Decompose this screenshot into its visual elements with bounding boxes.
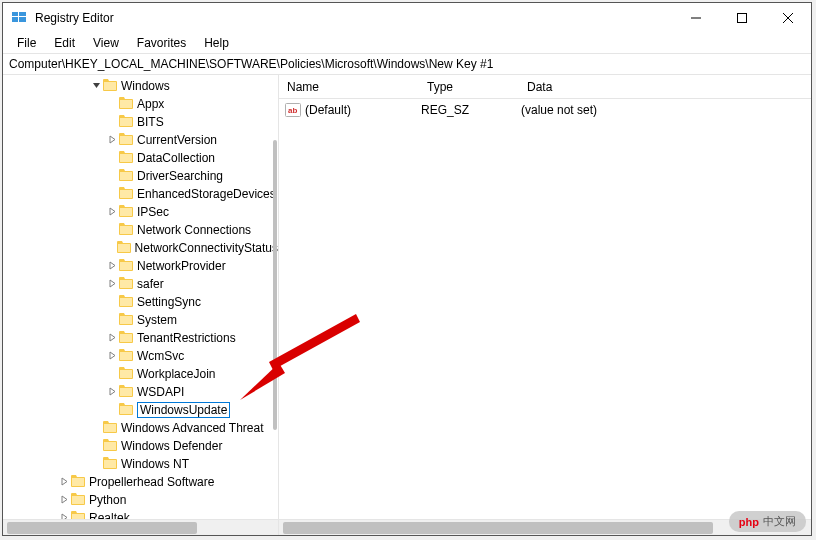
registry-editor-window: Registry Editor File Edit View Favorites… bbox=[2, 2, 812, 536]
tree-item[interactable]: Appx bbox=[9, 95, 278, 113]
tree-item[interactable]: Propellerhead Software bbox=[9, 473, 278, 491]
tree-item-label: Windows Advanced Threat bbox=[121, 421, 264, 435]
window-controls bbox=[673, 3, 811, 33]
tree-item-label: EnhancedStorageDevices bbox=[137, 187, 276, 201]
column-name[interactable]: Name bbox=[279, 80, 419, 94]
menu-favorites[interactable]: Favorites bbox=[129, 34, 194, 52]
list-pane: Name Type Data ab (Default) REG_SZ (valu… bbox=[279, 75, 811, 535]
column-data[interactable]: Data bbox=[519, 80, 811, 94]
chevron-right-icon[interactable] bbox=[105, 333, 119, 344]
tree-item[interactable]: Python bbox=[9, 491, 278, 509]
tree-item[interactable]: WSDAPI bbox=[9, 383, 278, 401]
svg-rect-2 bbox=[12, 17, 18, 22]
tree-item[interactable]: System bbox=[9, 311, 278, 329]
chevron-right-icon[interactable] bbox=[105, 135, 119, 146]
tree-item[interactable]: NetworkProvider bbox=[9, 257, 278, 275]
tree-item-label: SettingSync bbox=[137, 295, 201, 309]
tree-item[interactable]: DriverSearching bbox=[9, 167, 278, 185]
tree-item-label: WcmSvc bbox=[137, 349, 184, 363]
tree-item-label: BITS bbox=[137, 115, 164, 129]
tree-item-label: CurrentVersion bbox=[137, 133, 217, 147]
chevron-right-icon[interactable] bbox=[105, 279, 119, 290]
list-body[interactable]: ab (Default) REG_SZ (value not set) bbox=[279, 99, 811, 519]
tree-item-label: System bbox=[137, 313, 177, 327]
tree-item[interactable]: safer bbox=[9, 275, 278, 293]
chevron-right-icon[interactable] bbox=[105, 207, 119, 218]
folder-icon bbox=[119, 187, 137, 202]
tree-horizontal-scrollbar[interactable] bbox=[3, 519, 278, 535]
tree-item-label: Windows NT bbox=[121, 457, 189, 471]
address-bar[interactable]: Computer\HKEY_LOCAL_MACHINE\SOFTWARE\Pol… bbox=[3, 53, 811, 75]
chevron-right-icon[interactable] bbox=[57, 495, 71, 506]
watermark-text: 中文网 bbox=[763, 514, 796, 529]
chevron-right-icon[interactable] bbox=[57, 477, 71, 488]
folder-icon bbox=[103, 457, 121, 472]
tree-item[interactable]: DataCollection bbox=[9, 149, 278, 167]
tree-scroll[interactable]: Windows Appx BITS CurrentVersion DataCol… bbox=[3, 75, 278, 519]
folder-icon bbox=[119, 349, 137, 364]
tree-item[interactable]: IPSec bbox=[9, 203, 278, 221]
watermark: php 中文网 bbox=[729, 511, 806, 532]
tree-item-label: Propellerhead Software bbox=[89, 475, 214, 489]
chevron-down-icon[interactable] bbox=[89, 81, 103, 92]
tree-item[interactable]: Windows NT bbox=[9, 455, 278, 473]
svg-rect-1 bbox=[19, 12, 26, 16]
tree-item[interactable]: WorkplaceJoin bbox=[9, 365, 278, 383]
tree-item[interactable]: Windows Advanced Threat bbox=[9, 419, 278, 437]
list-row[interactable]: ab (Default) REG_SZ (value not set) bbox=[279, 101, 811, 119]
watermark-brand: php bbox=[739, 516, 759, 528]
value-name: (Default) bbox=[305, 103, 421, 117]
tree-item[interactable]: Windows Defender bbox=[9, 437, 278, 455]
folder-icon bbox=[103, 79, 121, 94]
svg-rect-0 bbox=[12, 12, 18, 16]
tree-item-label: NetworkConnectivityStatus bbox=[135, 241, 278, 255]
app-icon bbox=[11, 9, 27, 28]
tree-item[interactable]: Realtek bbox=[9, 509, 278, 519]
tree-item[interactable]: CurrentVersion bbox=[9, 131, 278, 149]
titlebar: Registry Editor bbox=[3, 3, 811, 33]
close-button[interactable] bbox=[765, 3, 811, 33]
chevron-right-icon[interactable] bbox=[105, 351, 119, 362]
tree-item-label: Windows bbox=[121, 79, 170, 93]
tree-item-label-editing[interactable]: WindowsUpdate bbox=[137, 402, 230, 418]
tree-item-label: Appx bbox=[137, 97, 164, 111]
chevron-right-icon[interactable] bbox=[105, 261, 119, 272]
tree-item[interactable]: TenantRestrictions bbox=[9, 329, 278, 347]
tree-item[interactable]: Windows bbox=[9, 77, 278, 95]
tree-item-label: safer bbox=[137, 277, 164, 291]
folder-icon bbox=[119, 169, 137, 184]
tree-item[interactable]: Network Connections bbox=[9, 221, 278, 239]
tree-item-label: WorkplaceJoin bbox=[137, 367, 215, 381]
chevron-right-icon[interactable] bbox=[105, 387, 119, 398]
address-path: Computer\HKEY_LOCAL_MACHINE\SOFTWARE\Pol… bbox=[9, 57, 493, 71]
folder-icon bbox=[71, 493, 89, 508]
tree-item[interactable]: WcmSvc bbox=[9, 347, 278, 365]
tree-pane: Windows Appx BITS CurrentVersion DataCol… bbox=[3, 75, 279, 535]
value-type: REG_SZ bbox=[421, 103, 521, 117]
menu-view[interactable]: View bbox=[85, 34, 127, 52]
tree-item[interactable]: NetworkConnectivityStatus bbox=[9, 239, 278, 257]
folder-icon bbox=[103, 439, 121, 454]
list-header: Name Type Data bbox=[279, 75, 811, 99]
folder-icon bbox=[119, 331, 137, 346]
tree-item-label: TenantRestrictions bbox=[137, 331, 236, 345]
tree-item[interactable]: SettingSync bbox=[9, 293, 278, 311]
menu-edit[interactable]: Edit bbox=[46, 34, 83, 52]
maximize-button[interactable] bbox=[719, 3, 765, 33]
column-type[interactable]: Type bbox=[419, 80, 519, 94]
value-data: (value not set) bbox=[521, 103, 811, 117]
folder-icon bbox=[119, 133, 137, 148]
tree-item[interactable]: WindowsUpdate bbox=[9, 401, 278, 419]
folder-icon bbox=[119, 403, 137, 418]
tree-item[interactable]: BITS bbox=[9, 113, 278, 131]
folder-icon bbox=[103, 421, 121, 436]
menu-help[interactable]: Help bbox=[196, 34, 237, 52]
folder-icon bbox=[119, 151, 137, 166]
tree-vertical-scrollbar[interactable] bbox=[272, 75, 278, 503]
tree-item[interactable]: EnhancedStorageDevices bbox=[9, 185, 278, 203]
minimize-button[interactable] bbox=[673, 3, 719, 33]
menu-file[interactable]: File bbox=[9, 34, 44, 52]
folder-icon bbox=[119, 205, 137, 220]
tree-item-label: WSDAPI bbox=[137, 385, 184, 399]
folder-icon bbox=[119, 115, 137, 130]
